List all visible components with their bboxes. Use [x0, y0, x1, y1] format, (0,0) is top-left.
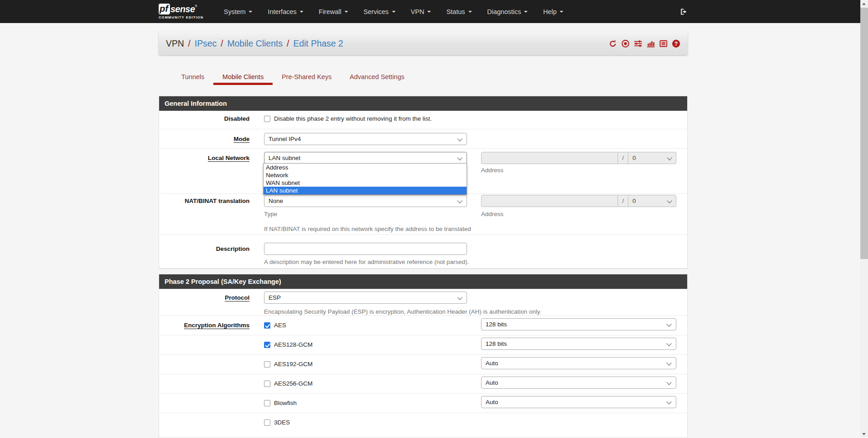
scrollbar-thumb[interactable] [860, 8, 868, 259]
menu-help-label: Help [543, 8, 557, 15]
protocol-select[interactable]: ESP [264, 292, 467, 304]
mode-label: Mode [159, 133, 250, 148]
menu-firewall[interactable]: Firewall [311, 0, 356, 23]
protocol-label: Protocol [159, 292, 250, 316]
chevron-down-icon [524, 11, 528, 13]
nat-binat-address-input [481, 195, 618, 207]
menu-vpn[interactable]: VPN [403, 0, 439, 23]
chevron-down-icon [427, 11, 431, 13]
status-record-icon[interactable] [621, 39, 630, 48]
aes-checkbox[interactable] [264, 322, 270, 329]
breadcrumb-edit-phase2[interactable]: Edit Phase 2 [293, 38, 344, 49]
dropdown-option-network[interactable]: Network [264, 171, 467, 179]
menu-vpn-label: VPN [411, 8, 425, 15]
menu-services[interactable]: Services [356, 0, 403, 23]
menu-interfaces-label: Interfaces [268, 8, 297, 15]
phase2-proposal-title: Phase 2 Proposal (SA/Key Exchange) [165, 278, 281, 285]
blowfish-checkbox[interactable] [264, 400, 270, 406]
menu-diagnostics[interactable]: Diagnostics [480, 0, 536, 23]
logo-sense: sense [170, 4, 195, 14]
aes256gcm-checkbox[interactable] [264, 381, 270, 387]
aes128gcm-keylen-value: 128 bits [486, 340, 507, 347]
general-information-title: General Information [165, 100, 227, 107]
chevron-down-icon [344, 11, 348, 13]
menu-status[interactable]: Status [439, 0, 479, 23]
nat-binat-type-helper: Type [264, 211, 467, 217]
local-network-mask-select: 0 [628, 152, 676, 164]
blowfish-keylen-value: Auto [486, 399, 498, 405]
3des-checkbox[interactable] [264, 419, 270, 426]
aes192gcm-checkbox[interactable] [264, 361, 270, 367]
disabled-label: Disabled [159, 115, 250, 129]
menu-status-label: Status [446, 8, 465, 15]
pfsense-logo[interactable]: pfsense® COMMUNITY EDITION [159, 4, 203, 19]
aes-keylen-value: 128 bits [486, 321, 507, 328]
chevron-down-icon [392, 11, 396, 13]
menu-system-label: System [224, 8, 245, 15]
aes192gcm-label: AES192-GCM [274, 361, 313, 367]
blowfish-keylen-select[interactable]: Auto [481, 396, 676, 408]
encryption-algorithms-label: Encryption Algorithms [159, 322, 250, 335]
disabled-row: Disabled Disable this phase 2 entry with… [159, 111, 687, 129]
encryption-row-aes128gcm: AES128-GCM 128 bits [159, 335, 687, 354]
nat-binat-type-select[interactable]: None [264, 195, 467, 207]
aes256gcm-keylen-value: Auto [486, 379, 498, 386]
description-helper: A description may be entered here for ad… [264, 259, 687, 265]
aes128gcm-keylen-select[interactable]: 128 bits [481, 338, 676, 350]
mode-select[interactable]: Tunnel IPv4 [264, 133, 467, 145]
nat-binat-row: NAT/BINAT translation None Type / 0 Addr… [159, 193, 687, 234]
menu-interfaces[interactable]: Interfaces [260, 0, 311, 23]
scrollbar-down-arrow-icon[interactable] [860, 430, 868, 438]
disabled-checkbox-label: Disable this phase 2 entry without remov… [274, 115, 432, 122]
sign-out-icon[interactable] [679, 8, 688, 16]
nat-binat-mask-select: 0 [628, 195, 676, 207]
nat-binat-type-value: None [269, 198, 283, 204]
panel-title: General Information [159, 96, 687, 111]
breadcrumb-mobile-clients-link[interactable]: Mobile Clients [227, 38, 283, 49]
description-row: Description A description may be entered… [159, 234, 687, 269]
dropdown-option-address[interactable]: Address [264, 164, 467, 171]
nat-binat-address-group: / 0 [481, 195, 676, 207]
aes-keylen-select[interactable]: 128 bits [481, 318, 676, 330]
header-action-icons: ? [609, 39, 680, 48]
local-network-type-value: LAN subnet [269, 155, 301, 161]
protocol-helper: Encapsulating Security Payload (ESP) is … [264, 308, 687, 315]
aes256gcm-keylen-select[interactable]: Auto [481, 377, 676, 389]
dropdown-option-lan-subnet[interactable]: LAN subnet [264, 187, 467, 194]
panel-title: Phase 2 Proposal (SA/Key Exchange) [159, 274, 687, 289]
menu-diagnostics-label: Diagnostics [487, 8, 521, 15]
refresh-icon[interactable] [609, 39, 617, 48]
menu-help[interactable]: Help [535, 0, 571, 23]
svg-text:?: ? [675, 40, 678, 47]
tab-pre-shared-keys[interactable]: Pre-Shared Keys [273, 70, 340, 85]
tab-mobile-clients[interactable]: Mobile Clients [213, 70, 273, 85]
help-icon[interactable]: ? [672, 39, 680, 48]
mode-select-value: Tunnel IPv4 [269, 136, 301, 142]
description-label: Description [159, 243, 250, 269]
breadcrumb-separator: / [188, 38, 190, 49]
nat-binat-slash-addon: / [618, 195, 628, 207]
aes192gcm-keylen-select[interactable]: Auto [481, 357, 676, 369]
nat-binat-address-helper: Address [481, 211, 676, 217]
tab-tunnels[interactable]: Tunnels [172, 70, 213, 85]
scrollbar-up-arrow-icon[interactable] [860, 0, 868, 8]
vertical-scrollbar[interactable] [860, 0, 868, 438]
blowfish-label: Blowfish [274, 400, 297, 406]
aes128gcm-checkbox[interactable] [264, 342, 270, 348]
tab-advanced-settings[interactable]: Advanced Settings [341, 70, 414, 85]
disabled-checkbox[interactable] [264, 116, 270, 122]
tab-pre-shared-keys-label: Pre-Shared Keys [282, 73, 331, 80]
chevron-down-icon [249, 11, 252, 13]
sliders-icon[interactable] [634, 39, 642, 48]
breadcrumb-vpn: VPN [166, 38, 184, 49]
local-network-type-select[interactable]: LAN subnet [264, 152, 467, 164]
dropdown-option-wan-subnet[interactable]: WAN subnet [264, 179, 467, 187]
bar-chart-icon[interactable] [646, 39, 655, 48]
description-input[interactable] [264, 243, 467, 255]
menu-system[interactable]: System [216, 0, 260, 23]
breadcrumb-ipsec-link[interactable]: IPsec [195, 38, 217, 49]
nat-binat-label: NAT/BINAT translation [159, 195, 250, 234]
menu-firewall-label: Firewall [319, 8, 341, 15]
chevron-down-icon [468, 11, 472, 13]
log-list-icon[interactable] [659, 39, 668, 48]
